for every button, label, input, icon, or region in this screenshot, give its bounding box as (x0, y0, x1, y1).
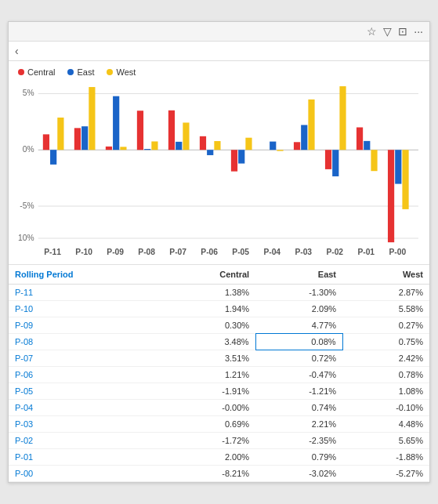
table-cell: 0.27% (342, 317, 429, 333)
table-row: P-111.38%-1.30%2.87% (9, 284, 429, 300)
x-label-p11: P-11 (44, 248, 61, 256)
table-body: P-111.38%-1.30%2.87%P-101.94%2.09%5.58%P… (9, 284, 429, 481)
table-cell: P-10 (9, 300, 164, 317)
expand-icon[interactable]: ⊡ (398, 25, 407, 38)
table-cell: 1.38% (164, 284, 256, 300)
table-cell: -2.35% (255, 432, 342, 448)
bar-p01-west (371, 150, 377, 171)
bar-p08-east (144, 149, 150, 150)
table-row: P-090.30%4.77%0.27% (9, 317, 429, 333)
table-row: P-083.48%0.08%0.75% (9, 333, 429, 350)
bar-p05-east (238, 150, 244, 163)
table-row: P-02-1.72%-2.35%5.65% (9, 432, 429, 448)
table-cell: 2.42% (342, 350, 429, 366)
x-label-p01: P-01 (357, 248, 375, 256)
table-cell: 4.77% (255, 317, 342, 333)
table-cell: 4.48% (342, 415, 429, 432)
x-label-p09: P-09 (107, 248, 124, 256)
table-cell: P-04 (9, 399, 164, 415)
x-label-p07: P-07 (169, 248, 186, 256)
x-label-p06: P-06 (201, 248, 218, 256)
table-cell: 1.21% (164, 366, 256, 383)
bar-p02-west (339, 86, 346, 150)
bar-p01-central (357, 128, 363, 150)
legend-west: West (107, 67, 136, 77)
bar-p11-west (57, 118, 63, 150)
bar-p01-east (364, 141, 370, 150)
x-label-p10: P-10 (75, 248, 92, 256)
table-cell: 0.69% (164, 415, 256, 432)
bar-p06-central (200, 136, 206, 150)
table-cell: 5.65% (342, 432, 429, 448)
y-label-0pct: 0% (23, 145, 34, 154)
bar-p00-west (402, 150, 408, 209)
bar-p07-central (168, 111, 175, 150)
table-cell: 1.08% (342, 383, 429, 399)
central-dot (18, 69, 24, 75)
table-cell: P-07 (9, 350, 164, 366)
table-row: P-101.94%2.09%5.58% (9, 300, 429, 317)
y-label-5pct: 5% (23, 89, 34, 98)
west-label: West (116, 67, 136, 77)
table-cell: P-06 (9, 366, 164, 383)
chart-section: Central East West 5% 0% -5% -10% (9, 61, 429, 265)
bar-p02-east (332, 150, 338, 176)
x-label-p03: P-03 (295, 248, 312, 256)
table-cell: 0.08% (255, 333, 342, 350)
table-cell: -1.88% (342, 448, 429, 465)
table-cell: 5.58% (342, 300, 429, 317)
table-cell: P-02 (9, 432, 164, 448)
back-button[interactable]: ‹ (15, 45, 22, 57)
bar-chart: 5% 0% -5% -10% (18, 82, 420, 261)
bar-p06-west (214, 141, 220, 150)
table-cell: 2.21% (255, 415, 342, 432)
bar-p00-central (388, 150, 394, 242)
table-cell: P-00 (9, 465, 164, 481)
bar-p09-central (106, 147, 112, 150)
table-cell: P-03 (9, 415, 164, 432)
bar-p08-west (151, 142, 157, 150)
chart-legend: Central East West (18, 67, 420, 77)
col-header-west: West (342, 265, 429, 285)
col-header-central: Central (164, 265, 256, 285)
table-cell: 3.51% (164, 350, 256, 366)
bar-p10-west (89, 87, 95, 150)
table-cell: -0.10% (342, 399, 429, 415)
east-label: East (77, 67, 94, 77)
more-icon[interactable]: ··· (414, 25, 423, 38)
table-cell: P-11 (9, 284, 164, 300)
table-cell: 0.72% (255, 350, 342, 366)
table-row: P-030.69%2.21%4.48% (9, 415, 429, 432)
table-cell: -0.00% (164, 399, 256, 415)
table-cell: 0.78% (342, 366, 429, 383)
bar-p03-east (301, 125, 307, 150)
x-label-p05: P-05 (232, 248, 249, 256)
bar-p05-central (231, 150, 237, 171)
table-cell: 0.79% (255, 448, 342, 465)
bar-p10-central (74, 128, 81, 150)
table-row: P-04-0.00%0.74%-0.10% (9, 399, 429, 415)
filter-icon[interactable]: ▽ (383, 25, 392, 38)
pin-icon[interactable]: ☆ (367, 25, 377, 38)
top-bar: ☆ ▽ ⊡ ··· (9, 22, 429, 42)
x-label-p04: P-04 (263, 248, 281, 256)
x-label-p02: P-02 (326, 248, 343, 256)
table-row: P-073.51%0.72%2.42% (9, 350, 429, 366)
table-cell: P-01 (9, 448, 164, 465)
table-cell: P-09 (9, 317, 164, 333)
bar-p11-east (50, 150, 56, 165)
back-arrow-icon: ‹ (15, 45, 19, 57)
table-cell: -1.72% (164, 432, 256, 448)
col-header-east: East (255, 265, 342, 285)
table-cell: -8.21% (164, 465, 256, 481)
main-container: ☆ ▽ ⊡ ··· ‹ Central East West (8, 21, 430, 483)
table-cell: 3.48% (164, 333, 256, 350)
table-cell: 2.09% (255, 300, 342, 317)
chart-svg: 5% 0% -5% -10% (18, 82, 420, 259)
bar-p02-central (325, 150, 331, 169)
table-cell: -1.21% (255, 383, 342, 399)
y-label-neg10pct: -10% (18, 234, 34, 242)
table-cell: -1.91% (164, 383, 256, 399)
table-cell: -0.47% (255, 366, 342, 383)
bar-p04-east (270, 142, 276, 150)
